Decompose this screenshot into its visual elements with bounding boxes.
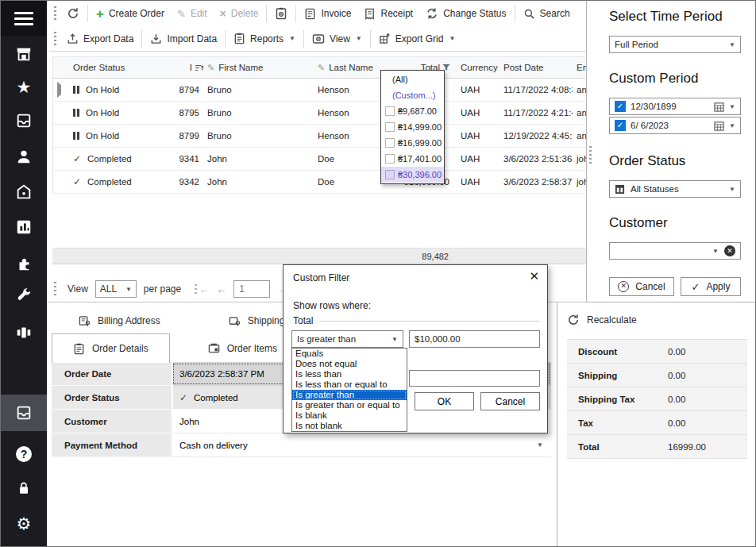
billing-address-icon (79, 315, 91, 327)
condition-option[interactable]: Equals (292, 349, 407, 359)
table-row[interactable]: On Hold 8799 Bruno Henson UAH 12/19/2022… (53, 125, 586, 148)
filter-value-option[interactable]: ₴9,687.00 (381, 103, 444, 119)
receipt-button[interactable]: Receipt (357, 3, 419, 24)
checkbox-checked-icon[interactable]: ✓ (615, 120, 626, 131)
sidebar-item-plugins[interactable] (1, 248, 47, 279)
tab-billing-address[interactable]: Billing Address (52, 309, 187, 333)
date-to-picker[interactable]: ✓ 6/ 6/2023 ▼ (609, 117, 741, 134)
column-header-first-name[interactable]: ✎ First Name (206, 63, 313, 73)
checkbox-icon[interactable] (385, 154, 395, 164)
sidebar-item-tools[interactable] (1, 279, 47, 311)
chevron-down-icon[interactable]: ▼ (729, 103, 735, 110)
previous-page-button[interactable]: ← (216, 283, 226, 295)
export-data-button[interactable]: Export Data (60, 29, 140, 49)
reports-menu-button[interactable]: Reports ▼ (227, 29, 302, 49)
checkbox-icon[interactable] (385, 106, 395, 116)
payment-method-field[interactable]: Cash on delivery ▼ (172, 433, 551, 457)
tab-order-details-active[interactable]: Order Details (52, 333, 170, 363)
page-size-select[interactable]: ALL ▼ (95, 280, 137, 298)
condition-option[interactable]: Is less than (292, 369, 407, 379)
dialog-cancel-button[interactable]: Cancel (480, 392, 540, 410)
sidebar-item-orders-active[interactable] (1, 395, 47, 431)
time-period-select[interactable]: Full Period ▼ (609, 36, 741, 53)
sidebar-item-help[interactable]: ? (1, 438, 47, 470)
recalculate-button[interactable]: Recalculate (567, 314, 637, 326)
order-status-select[interactable]: All Statuses ▼ (609, 180, 741, 198)
filter-value2-input[interactable] (409, 370, 540, 387)
sidebar-item-orders[interactable] (1, 105, 47, 137)
column-header-post-date[interactable]: Post Date (497, 63, 573, 72)
sidebar-item-reports[interactable] (1, 211, 47, 243)
sidebar-item-lock[interactable] (1, 472, 47, 504)
column-header-id[interactable]: I (171, 63, 206, 72)
apply-filter-button[interactable]: ✓ Apply (681, 277, 741, 296)
condition-option[interactable]: Does not equal (292, 359, 407, 369)
filter-value-option[interactable]: ₴14,999.00 (381, 119, 444, 135)
sidebar-item-pos[interactable] (1, 317, 47, 349)
condition-option[interactable]: Is blank (292, 410, 407, 421)
checkbox-icon[interactable] (385, 138, 395, 148)
checkbox-checked-icon[interactable]: ✓ (615, 101, 626, 112)
chevron-down-icon[interactable]: ▼ (729, 122, 735, 129)
hamburger-menu-button[interactable] (1, 1, 47, 36)
filter-option-custom[interactable]: (Custom...) (381, 87, 444, 103)
checkbox-icon[interactable] (385, 170, 395, 179)
date-from-picker[interactable]: ✓ 12/30/1899 ▼ (609, 98, 741, 115)
table-row[interactable]: On Hold 8795 Bruno Henson UAH 11/17/2022… (53, 102, 586, 125)
condition-select[interactable]: Is greater than ▼ (291, 330, 403, 348)
id-cell: 9341 (171, 154, 206, 164)
condition-option[interactable]: Is not blank (292, 421, 407, 431)
filter-value-option[interactable]: ₴17,401.00 (381, 151, 444, 167)
search-button[interactable]: Search (517, 3, 577, 24)
filter-value-option-selected[interactable]: ₴30,396.00 (381, 167, 444, 183)
dialog-close-button[interactable]: ✕ (529, 269, 539, 283)
separator (225, 30, 226, 48)
create-order-button[interactable]: + Create Order (90, 3, 171, 24)
sidebar-item-favorites[interactable]: ★ (1, 71, 47, 102)
preview-button[interactable] (268, 3, 294, 24)
panel-grip[interactable] (589, 146, 592, 165)
invoice-button[interactable]: Invoice (298, 3, 357, 24)
table-row[interactable]: ✓Completed 9342 John Doe ₴16,999.00 UAH … (53, 171, 586, 194)
sidebar-item-products[interactable] (1, 176, 47, 208)
toolbar-grip[interactable] (54, 6, 56, 21)
toolbar-grip[interactable] (54, 32, 56, 46)
import-data-button[interactable]: Import Data (144, 29, 223, 49)
table-row[interactable]: On Hold 8794 Bruno Henson UAH 11/17/2022… (53, 79, 586, 102)
customer-combobox[interactable]: ▼ ✕ (609, 242, 741, 260)
sidebar-item-settings[interactable]: ⚙ (1, 507, 47, 539)
export-grid-menu-button[interactable]: Export Grid ▼ (372, 29, 462, 49)
column-header-email[interactable]: Email (573, 63, 586, 72)
column-header-currency[interactable]: Currency (453, 63, 497, 72)
cancel-filter-button[interactable]: ✕ Cancel (609, 277, 674, 296)
condition-option-selected[interactable]: Is greater than (292, 390, 407, 400)
condition-option[interactable]: Is greater than or equal to (292, 400, 407, 410)
filter-value-option[interactable]: ₴16,999.00 (381, 135, 444, 151)
edit-button[interactable]: ✎ Edit (171, 3, 214, 24)
pagination-grip[interactable] (54, 282, 56, 296)
sidebar-item-customers[interactable] (1, 141, 47, 172)
refresh-button[interactable] (60, 3, 86, 24)
post-date-cell: 12/19/2022 4:45:1 (497, 131, 573, 141)
check-icon: ✓ (179, 392, 187, 403)
filter-option-all[interactable]: (All) (381, 71, 444, 87)
checkbox-icon[interactable] (385, 122, 395, 132)
calendar-icon[interactable] (714, 121, 724, 131)
clear-icon[interactable]: ✕ (724, 245, 735, 256)
filter-value-label: ₴9,687.00 (398, 106, 437, 116)
sidebar-item-store[interactable] (1, 38, 47, 70)
page-number-input[interactable] (233, 280, 270, 298)
search-label: Search (540, 8, 570, 19)
calendar-icon[interactable] (714, 102, 724, 112)
column-header-order-status[interactable]: Order Status (68, 63, 171, 72)
ok-button[interactable]: OK (415, 392, 474, 410)
view-menu-button[interactable]: View ▼ (306, 29, 368, 49)
chevron-down-icon[interactable]: ▼ (712, 248, 719, 255)
delete-button[interactable]: × Delete (214, 3, 265, 24)
condition-option[interactable]: Is less than or equal to (292, 379, 407, 390)
table-row[interactable]: ✓Completed 9341 John Doe UAH 3/6/2023 2:… (53, 148, 586, 171)
change-status-button[interactable]: Change Status (419, 3, 512, 24)
customer-input[interactable] (615, 246, 712, 256)
first-page-button[interactable]: ← (195, 283, 209, 295)
filter-value-input[interactable] (409, 330, 540, 348)
